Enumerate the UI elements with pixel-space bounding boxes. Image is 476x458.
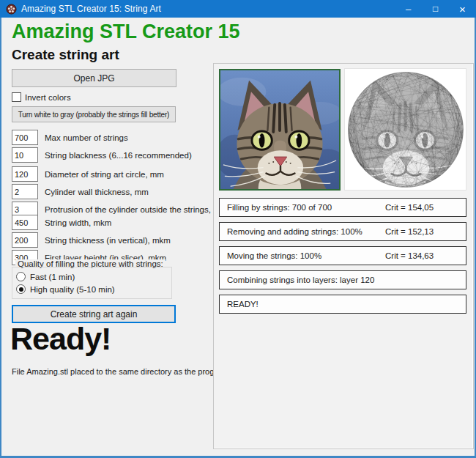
preview-panel: Filling by strings: 700 of 700 Crit = 15… — [213, 63, 474, 449]
invert-colors-checkbox-row[interactable]: Invert colors — [12, 92, 71, 102]
quality-groupbox: Fast (1 min) High quality (5-10 min) — [12, 267, 172, 299]
source-cat-photo — [219, 69, 341, 191]
progress-row-filling: Filling by strings: 700 of 700 Crit = 15… — [219, 198, 466, 217]
invert-colors-label: Invert colors — [25, 93, 71, 102]
string-thickness-input[interactable] — [12, 232, 38, 248]
progress-row-moving: Moving the strings: 100% Crit = 134,63 — [219, 246, 466, 265]
progress-text: Removing and adding strings: 100% — [227, 227, 362, 236]
crit-value: Crit = 134,63 — [385, 251, 434, 260]
radio-fast-label: Fast (1 min) — [30, 273, 75, 281]
string-thickness-label: String thickness (in vertical), mkm — [45, 236, 171, 245]
progress-text: Moving the strings: 100% — [227, 251, 321, 260]
param-row: Diameter of string art circle, mm — [12, 166, 164, 182]
param-row: String width, mkm — [12, 215, 111, 230]
circle-diameter-label: Diameter of string art circle, mm — [45, 170, 164, 179]
ready-status: Ready! — [10, 321, 111, 357]
progress-text: Combining strings into layers: layer 120 — [227, 276, 374, 284]
quality-option-high[interactable]: High quality (5-10 min) — [16, 284, 115, 294]
titlebar[interactable]: Amazing STL Creator 15: String Art – □ × — [0, 0, 476, 18]
progress-text: READY! — [227, 300, 259, 309]
radio-fast[interactable] — [16, 272, 26, 281]
protrusion-label: Protrusion of the cylinder outside the s… — [45, 205, 227, 214]
radio-high-quality-label: High quality (5-10 min) — [30, 285, 115, 294]
string-blackness-label: String blackness (6...16 recommended) — [45, 151, 192, 160]
max-strings-input[interactable] — [12, 130, 38, 145]
app-title: Amazing STL Creator 15 — [12, 21, 240, 43]
minimize-button-icon[interactable]: – — [395, 0, 422, 18]
wall-thickness-input[interactable] — [12, 184, 38, 199]
param-row: Cylinder wall thickness, mm — [12, 184, 149, 199]
close-button-icon[interactable]: × — [449, 0, 476, 18]
wall-thickness-label: Cylinder wall thickness, mm — [45, 188, 149, 196]
progress-row-combining: Combining strings into layers: layer 120 — [219, 270, 466, 289]
window-content: Amazing STL Creator 15 Create string art… — [0, 18, 476, 458]
app-icon — [6, 4, 17, 15]
window-controls: – □ × — [395, 0, 476, 18]
open-jpg-button[interactable]: Open JPG — [12, 69, 176, 87]
string-width-label: String width, mkm — [45, 218, 111, 227]
crit-value: Crit = 152,13 — [385, 227, 434, 236]
crit-value: Crit = 154,05 — [385, 203, 434, 212]
invert-colors-checkbox[interactable] — [12, 92, 21, 102]
window-title: Amazing STL Creator 15: String Art — [21, 4, 161, 14]
app-window: Amazing STL Creator 15: String Art – □ ×… — [0, 0, 476, 458]
param-row: String thickness (in vertical), mkm — [12, 232, 171, 248]
page-title: Create string art — [12, 47, 119, 63]
progress-row-ready: READY! — [219, 295, 466, 314]
param-row: String blackness (6...16 recommended) — [12, 147, 192, 163]
turn-white-to-gray-button[interactable]: Turn white to gray (probably the strings… — [12, 106, 176, 122]
quality-option-fast[interactable]: Fast (1 min) — [16, 272, 75, 281]
max-strings-label: Max number of strings — [45, 133, 128, 142]
string-width-input[interactable] — [12, 215, 38, 230]
progress-text: Filling by strings: 700 of 700 — [227, 203, 332, 212]
string-art-preview — [344, 68, 466, 191]
string-blackness-input[interactable] — [12, 147, 38, 163]
param-row: Max number of strings — [12, 130, 128, 145]
circle-diameter-input[interactable] — [12, 166, 38, 182]
progress-row-removing: Removing and adding strings: 100% Crit =… — [219, 222, 466, 241]
file-note: File Amazing.stl placed to the same dire… — [12, 367, 228, 376]
radio-high-quality[interactable] — [16, 284, 26, 294]
maximize-button-icon[interactable]: □ — [422, 0, 449, 18]
